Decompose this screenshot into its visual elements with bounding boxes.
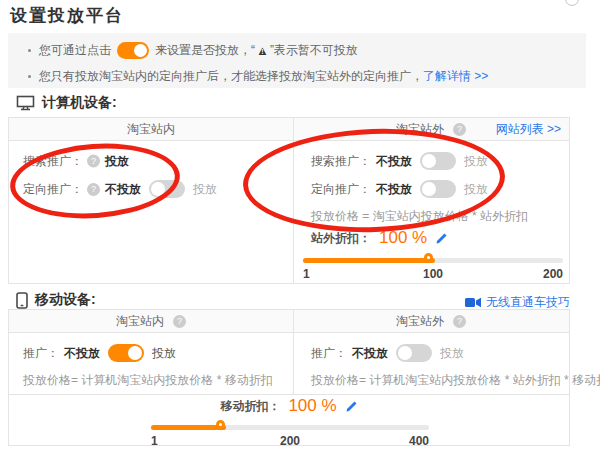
toggle-knob <box>128 346 142 360</box>
notice-box: 您可通过点击 来设置是否投放，“ ▲! ”表示暂不可投放 您只有投放淘宝站内的定… <box>8 33 586 88</box>
slider-fill <box>303 258 435 263</box>
column-divider <box>293 310 294 394</box>
toggle-on-label: 投放 <box>152 345 176 362</box>
offsite-price-formula: 投放价格 = 淘宝站内投放价格 * 站外折扣 <box>311 208 528 225</box>
computer-section-title: 计算机设备: <box>42 94 117 112</box>
mobile-discount-value: 100 % <box>288 396 336 416</box>
target-promo-label: 定向推广： <box>23 181 83 198</box>
slider-handle[interactable] <box>216 420 225 429</box>
mobile-offsite-price-formula: 投放价格= 计算机淘宝站内投放价格 * 站外折扣 * 移动折扣 <box>311 372 600 389</box>
computer-section-header: 计算机设备: <box>16 94 117 112</box>
toggle-knob <box>398 346 412 360</box>
mobile-onsite-promo-toggle[interactable] <box>108 344 144 362</box>
bullet-dot <box>28 75 31 78</box>
example-toggle[interactable] <box>117 42 149 59</box>
computer-onsite-target-toggle[interactable] <box>149 180 185 198</box>
toggle-on-label: 投放 <box>464 153 488 170</box>
mobile-discount-slider: 1 200 400 <box>151 421 429 447</box>
mobile-offsite-promo-toggle[interactable] <box>396 344 432 362</box>
toggle-knob <box>151 182 165 196</box>
target-promo-label: 定向推广： <box>311 181 371 198</box>
help-icon[interactable]: ? <box>87 183 100 196</box>
mobile-table: 淘宝站内 ? 淘宝站外 ? 推广： 不投放 投放 投放价格= 计算机淘宝站内投放… <box>8 309 570 446</box>
mobile-section-header: 移动设备: <box>16 291 96 309</box>
target-promo-status: 不投放 <box>376 181 412 198</box>
promo-status: 不投放 <box>64 345 100 362</box>
video-icon <box>465 297 481 308</box>
offsite-discount-value: 100 % <box>379 228 427 248</box>
edit-pencil-icon[interactable] <box>345 400 358 413</box>
mobile-icon <box>16 292 28 309</box>
slider-tick-mid: 200 <box>280 434 300 448</box>
search-promo-label: 搜索推广： <box>311 153 371 170</box>
toggle-on-label: 投放 <box>464 181 488 198</box>
slider-fill <box>151 425 226 430</box>
toggle-knob <box>422 154 436 168</box>
slider-tick-max: 400 <box>409 434 429 448</box>
toggle-knob <box>422 182 436 196</box>
offsite-discount-slider: 1 100 200 <box>303 254 563 280</box>
offsite-discount-label: 站外折扣： <box>311 230 371 247</box>
computer-table: 淘宝站内 淘宝站外 ? 网站列表 >> 搜索推广： ? 投放 定向推广： ? 不… <box>8 117 570 284</box>
search-promo-label: 搜索推广： <box>23 153 83 170</box>
promo-status: 不投放 <box>352 345 388 362</box>
help-icon[interactable]: ? <box>173 315 186 328</box>
mobile-onsite-header: 淘宝站内 ? <box>9 310 293 333</box>
toggle-knob <box>134 44 147 57</box>
promo-label: 推广： <box>311 345 347 362</box>
mobile-offsite-promo-row: 推广： 不投放 投放 <box>311 344 464 362</box>
computer-onsite-header: 淘宝站内 <box>9 118 293 141</box>
computer-offsite-search-row: 搜索推广： 不投放 投放 <box>311 152 488 170</box>
mobile-discount-line: 移动折扣： 100 % <box>9 396 569 416</box>
search-promo-status: 不投放 <box>376 153 412 170</box>
notice-line-2: 您只有投放淘宝站内的定向推广后，才能选择投放淘宝站外的定向推广， 了解详情 >> <box>28 68 488 84</box>
notice-text: 来设置是否投放，“ <box>155 42 255 59</box>
warning-icon: ▲! <box>256 44 269 57</box>
notice-line-1: 您可通过点击 来设置是否投放，“ ▲! ”表示暂不可投放 <box>28 40 358 60</box>
mobile-table-header: 淘宝站内 ? 淘宝站外 ? <box>9 310 569 333</box>
computer-offsite-target-toggle[interactable] <box>420 180 456 198</box>
target-promo-status: 不投放 <box>105 181 141 198</box>
slider-handle[interactable] <box>424 253 433 262</box>
help-icon[interactable]: ? <box>453 123 466 136</box>
bullet-dot <box>28 49 31 52</box>
computer-onsite-target-row: 定向推广： ? 不投放 投放 <box>23 180 217 198</box>
corner-partial-icon <box>565 0 579 6</box>
computer-offsite-target-row: 定向推广： 不投放 投放 <box>311 180 488 198</box>
computer-offsite-search-toggle[interactable] <box>420 152 456 170</box>
learn-more-link[interactable]: 了解详情 >> <box>423 68 488 85</box>
notice-text: ”表示暂不可投放 <box>270 42 358 59</box>
slider-tick-mid: 100 <box>423 267 443 281</box>
row-divider <box>9 394 569 395</box>
slider-tick-max: 200 <box>543 267 563 281</box>
edit-pencil-icon[interactable] <box>435 232 448 245</box>
mobile-section-title: 移动设备: <box>35 291 96 309</box>
mobile-offsite-header: 淘宝站外 ? <box>293 310 569 333</box>
slider-tick-min: 1 <box>151 434 158 448</box>
toggle-on-label: 投放 <box>440 345 464 362</box>
warning-mark: ! <box>261 45 263 58</box>
help-icon[interactable]: ? <box>87 155 100 168</box>
offsite-discount-line: 站外折扣： 100 % <box>311 228 448 248</box>
help-icon[interactable]: ? <box>453 315 466 328</box>
computer-onsite-search-row: 搜索推广： ? 投放 <box>23 153 129 170</box>
computer-table-header: 淘宝站内 淘宝站外 ? 网站列表 >> <box>9 118 569 141</box>
page-title: 设置投放平台 <box>10 4 124 27</box>
promo-label: 推广： <box>23 345 59 362</box>
notice-text: 您可通过点击 <box>39 42 111 59</box>
search-promo-status: 投放 <box>105 153 129 170</box>
toggle-on-label: 投放 <box>193 181 217 198</box>
computer-icon <box>16 95 35 111</box>
mobile-onsite-promo-row: 推广： 不投放 投放 <box>23 344 176 362</box>
mobile-discount-label: 移动折扣： <box>220 398 280 415</box>
slider-tick-min: 1 <box>303 267 310 281</box>
website-list-link[interactable]: 网站列表 >> <box>496 118 561 141</box>
settings-page: 设置投放平台 您可通过点击 来设置是否投放，“ ▲! ”表示暂不可投放 您只有投… <box>0 0 600 449</box>
column-divider <box>293 118 294 283</box>
mobile-onsite-price-formula: 投放价格= 计算机淘宝站内投放价格 * 移动折扣 <box>23 372 273 389</box>
notice-text: 您只有投放淘宝站内的定向推广后，才能选择投放淘宝站外的定向推广， <box>39 68 423 85</box>
